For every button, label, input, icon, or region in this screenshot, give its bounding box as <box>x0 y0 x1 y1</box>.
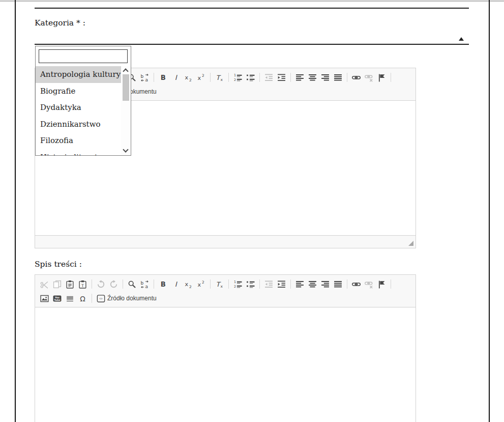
scroll-up-icon[interactable] <box>123 68 128 74</box>
dropdown-option[interactable]: Biografie <box>36 83 121 100</box>
svg-text:2: 2 <box>234 77 236 81</box>
youtube-button[interactable]: YouTube <box>51 292 64 304</box>
anchor-button[interactable] <box>375 278 388 290</box>
superscript-icon: x2 <box>197 73 205 82</box>
superscript-button[interactable]: x2 <box>195 71 207 83</box>
special-char-button[interactable]: Ω <box>76 292 89 304</box>
replace-icon: ba <box>140 280 149 289</box>
youtube-icon: YouTube <box>53 294 62 303</box>
dropdown-option[interactable]: Dziennikarstwo <box>36 116 121 133</box>
align-right-button[interactable] <box>319 278 332 290</box>
source-icon: ‹› <box>97 294 105 303</box>
bulleted-list-button[interactable] <box>244 278 257 290</box>
toolbar-separator <box>259 73 260 82</box>
toolbar-separator <box>347 279 347 289</box>
scroll-down-icon[interactable] <box>123 147 128 152</box>
copy-icon <box>53 280 62 289</box>
paste-button[interactable] <box>64 278 76 290</box>
svg-text:I: I <box>175 74 178 81</box>
svg-text:1: 1 <box>234 280 236 284</box>
bulleted-list-icon <box>246 280 255 289</box>
link-button[interactable] <box>350 71 363 83</box>
subscript-icon: x2 <box>184 280 193 289</box>
indent-button[interactable] <box>275 71 288 83</box>
justify-button[interactable] <box>332 71 344 83</box>
indent-icon <box>277 280 286 289</box>
find-icon <box>128 280 136 289</box>
bold-icon: B <box>159 73 167 82</box>
justify-button[interactable] <box>332 278 344 290</box>
left-frame-border <box>15 0 16 422</box>
align-center-icon <box>308 280 317 289</box>
replace-button[interactable]: ba <box>138 278 151 290</box>
justify-icon <box>334 280 342 289</box>
numbered-list-icon: 12 <box>233 73 242 82</box>
align-left-icon <box>295 73 304 82</box>
outdent-icon <box>264 73 273 82</box>
dropdown-option[interactable]: Filozofia <box>36 132 121 149</box>
align-right-icon <box>321 280 330 289</box>
redo-button <box>107 278 120 290</box>
remove-format-icon: Tx <box>215 280 224 289</box>
bulleted-list-icon <box>246 73 255 82</box>
editor-content-area[interactable] <box>35 307 416 422</box>
special-char-icon: Ω <box>78 294 87 303</box>
svg-text:x: x <box>198 75 201 81</box>
svg-text:2: 2 <box>202 73 204 78</box>
align-center-button[interactable] <box>306 278 319 290</box>
align-center-button[interactable] <box>306 71 319 83</box>
svg-text:Ω: Ω <box>80 294 85 302</box>
align-left-button[interactable] <box>293 71 306 83</box>
svg-text:x: x <box>220 77 223 82</box>
scrollbar-thumb[interactable] <box>123 74 129 101</box>
dropdown-option[interactable]: Antropologia kultury <box>36 66 121 83</box>
toolbar-separator <box>259 279 260 289</box>
dropdown-search-input[interactable] <box>39 49 128 63</box>
link-button[interactable] <box>350 278 363 290</box>
svg-text:2: 2 <box>189 77 192 81</box>
italic-button[interactable]: I <box>169 71 182 83</box>
resize-handle-icon[interactable] <box>408 241 413 246</box>
find-button[interactable] <box>126 278 138 290</box>
editor-bottom-bar <box>35 235 416 248</box>
source-button[interactable]: ‹›Źródło dokumentu <box>95 292 159 304</box>
subscript-button[interactable]: x2 <box>182 71 195 83</box>
indent-button[interactable] <box>275 278 288 290</box>
image-button[interactable] <box>38 292 51 304</box>
toolbar-row: TbaBIx2x2Tx12 <box>38 277 413 291</box>
toolbar-separator <box>228 73 229 82</box>
svg-text:B: B <box>161 280 166 288</box>
toolbar-separator <box>92 294 92 303</box>
remove-format-button[interactable]: Tx <box>213 278 226 290</box>
image-icon <box>40 294 49 303</box>
toolbar-separator <box>347 73 347 82</box>
paste-text-button[interactable]: T <box>76 278 89 290</box>
justify-icon <box>334 73 342 82</box>
subscript-button[interactable]: x2 <box>182 278 195 290</box>
toolbar-separator <box>290 73 291 82</box>
numbered-list-button[interactable]: 12 <box>231 71 244 83</box>
category-field-label: Kategoria * : <box>35 18 85 27</box>
svg-text:b: b <box>141 74 144 79</box>
bold-button[interactable]: B <box>157 278 169 290</box>
category-select[interactable] <box>35 29 469 45</box>
svg-text:a: a <box>145 77 149 82</box>
align-right-button[interactable] <box>319 71 332 83</box>
remove-format-button[interactable]: Tx <box>213 71 226 83</box>
bulleted-list-button[interactable] <box>244 71 257 83</box>
bold-button[interactable]: B <box>157 71 169 83</box>
dropdown-option[interactable]: Dydaktyka <box>36 99 121 116</box>
superscript-button[interactable]: x2 <box>195 278 207 290</box>
chevron-up-icon <box>459 37 464 41</box>
replace-button[interactable]: ba <box>138 71 151 83</box>
align-left-button[interactable] <box>293 278 306 290</box>
unlink-icon <box>365 73 373 82</box>
horizontal-rule-button[interactable] <box>64 292 76 304</box>
anchor-button[interactable] <box>375 71 388 83</box>
indent-icon <box>277 73 286 82</box>
numbered-list-button[interactable]: 12 <box>231 278 244 290</box>
dropdown-option[interactable]: Historia literatury <box>36 149 121 156</box>
dropdown-scrollbar[interactable] <box>121 66 131 155</box>
italic-button[interactable]: I <box>169 278 182 290</box>
svg-text:Tube: Tube <box>54 299 61 301</box>
